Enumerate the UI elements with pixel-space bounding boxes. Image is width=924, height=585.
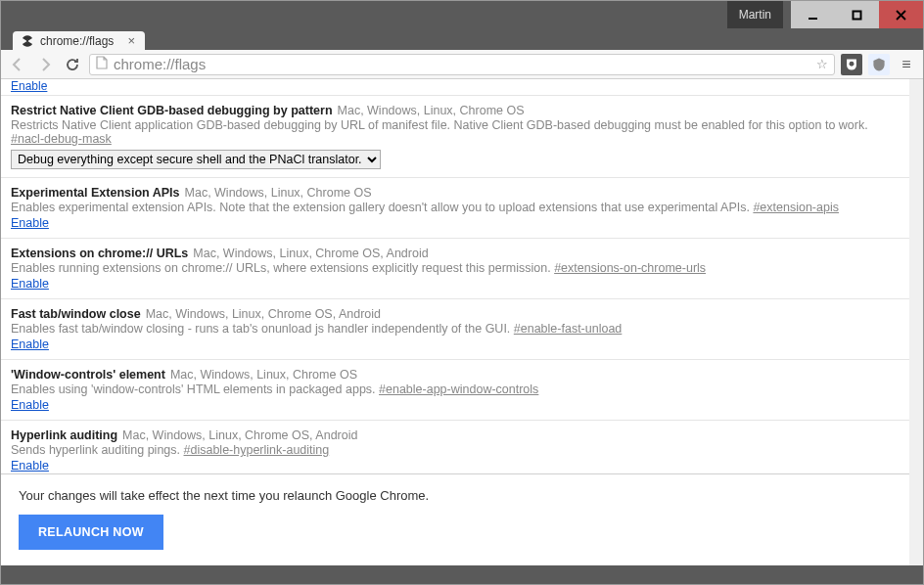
svg-point-5 [850,61,855,66]
flag-description: Restricts Native Client application GDB-… [11,118,900,146]
flag-platforms: Mac, Windows, Linux, Chrome OS [170,368,357,382]
flag-hash-link[interactable]: #extensions-on-chrome-urls [554,261,706,275]
flag-platforms: Mac, Windows, Linux, Chrome OS [338,104,525,117]
flag-platforms: Mac, Windows, Linux, Chrome OS, Android [193,247,428,260]
url-text: chrome://flags [114,56,810,72]
back-button[interactable] [7,54,28,75]
shield-extension-icon[interactable] [868,54,890,75]
browser-toolbar: chrome://flags ☆ ≡ [1,50,923,79]
scrollbar-thumb[interactable] [909,79,923,216]
radiation-icon [21,34,34,48]
flag-hash-link[interactable]: #enable-fast-unload [514,322,623,336]
relaunch-text: Your changes will take effect the next t… [19,488,892,503]
flag-enable-link[interactable]: Enable [11,277,49,291]
flag-item: Extensions on chrome:// URLsMac, Windows… [1,239,909,299]
flag-enable-link[interactable]: Enable [11,216,49,230]
window-titlebar: Martin [1,1,923,28]
ublock-extension-icon[interactable] [841,54,862,75]
flag-description: Sends hyperlink auditing pings. #disable… [11,443,900,457]
flag-description: Enables fast tab/window closing - runs a… [11,322,900,336]
flag-hash-link[interactable]: #enable-app-window-controls [379,382,538,396]
svg-point-4 [26,39,28,41]
reload-button[interactable] [62,54,83,75]
window-frame-bottom [1,565,923,585]
bookmark-star-icon[interactable]: ☆ [816,57,828,71]
flag-select[interactable]: Debug everything except secure shell and… [11,150,381,169]
partial-enable-link[interactable]: Enable [1,79,909,96]
flag-title: Experimental Extension APIs [11,186,180,200]
relaunch-bar: Your changes will take effect the next t… [1,473,909,565]
page-icon [96,56,108,72]
window-close-button[interactable] [879,1,923,28]
svg-rect-1 [854,11,861,19]
flag-item: Fast tab/window closeMac, Windows, Linux… [1,299,909,360]
flag-description: Enables experimental extension APIs. Not… [11,201,900,214]
flag-hash-link[interactable]: #disable-hyperlink-auditing [184,443,330,457]
window-minimize-button[interactable] [791,1,835,28]
flag-item: 'Window-controls' elementMac, Windows, L… [1,360,909,421]
flag-platforms: Mac, Windows, Linux, Chrome OS, Android [146,307,381,321]
flag-enable-link[interactable]: Enable [11,398,49,412]
flag-description: Enables using 'window-controls' HTML ele… [11,382,900,396]
flag-title: Hyperlink auditing [11,428,117,442]
relaunch-button[interactable]: RELAUNCH NOW [19,515,163,550]
flag-title: Restrict Native Client GDB-based debuggi… [11,104,333,117]
flag-item: Restrict Native Client GDB-based debuggi… [1,96,909,178]
page-viewport: Enable Restrict Native Client GDB-based … [1,79,923,565]
address-bar[interactable]: chrome://flags ☆ [89,54,835,75]
flag-item: Hyperlink auditingMac, Windows, Linux, C… [1,421,909,481]
flag-enable-link[interactable]: Enable [11,338,49,351]
flag-platforms: Mac, Windows, Linux, Chrome OS [185,186,372,200]
flag-title: Extensions on chrome:// URLs [11,247,188,260]
tab-strip: chrome://flags × [1,28,923,50]
hamburger-menu-button[interactable]: ≡ [896,56,917,73]
tab-flags[interactable]: chrome://flags × [13,31,145,50]
flag-title: Fast tab/window close [11,307,141,321]
flag-enable-link[interactable]: Enable [11,459,49,472]
flag-item: Experimental Extension APIsMac, Windows,… [1,178,909,239]
flag-title: 'Window-controls' element [11,368,165,382]
tab-title: chrome://flags [40,34,114,48]
tab-close-icon[interactable]: × [127,33,135,48]
forward-button[interactable] [34,54,56,75]
window-maximize-button[interactable] [835,1,879,28]
flag-description: Enables running extensions on chrome:// … [11,261,900,275]
flag-platforms: Mac, Windows, Linux, Chrome OS, Android [122,428,357,442]
profile-badge[interactable]: Martin [727,1,783,28]
flag-hash-link[interactable]: #nacl-debug-mask [11,132,112,146]
flag-hash-link[interactable]: #extension-apis [753,201,839,214]
